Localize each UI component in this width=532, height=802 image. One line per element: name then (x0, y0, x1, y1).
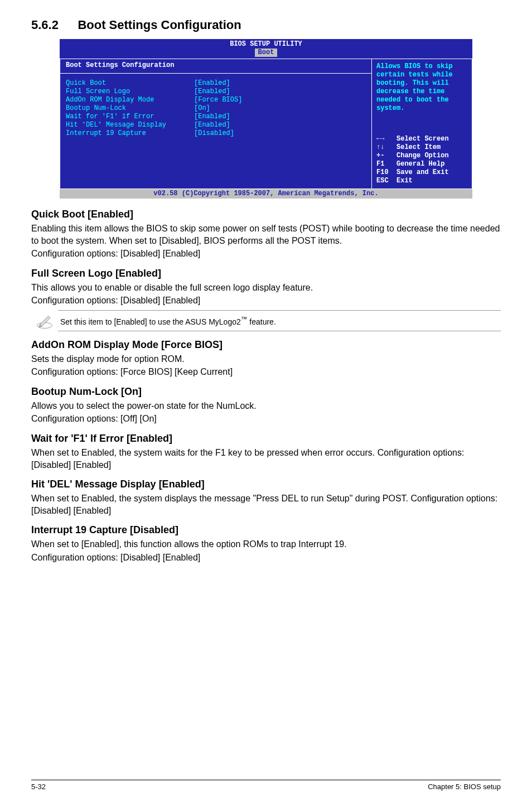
bios-active-tab: Boot (255, 49, 278, 57)
bios-right-panel: Allows BIOS to skip certain tests while … (372, 59, 472, 189)
bios-setting-key: AddOn ROM Display Mode (66, 96, 194, 104)
quick-boot-heading: Quick Boot [Enabled] (31, 209, 501, 220)
addon-rom-desc: Sets the display mode for option ROM. (31, 353, 501, 365)
interrupt19-desc: When set to [Enabled], this function all… (31, 538, 501, 550)
bios-nav-key: ←→ (376, 135, 396, 143)
section-heading: 5.6.2 Boot Settings Configuration (31, 18, 501, 32)
bios-setting-value: [Enabled] (194, 121, 230, 129)
bios-nav-row: F10Save and Exit (376, 168, 467, 177)
bios-setting-key: Hit 'DEL' Message Display (66, 121, 194, 129)
bios-setting-key: Interrupt 19 Capture (66, 129, 194, 138)
page-footer: 5-32 Chapter 5: BIOS setup (31, 780, 501, 791)
bios-setting-value: [Enabled] (194, 79, 230, 88)
note-text: Set this item to [Enabled] to use the AS… (58, 310, 501, 331)
bios-nav-label: Change Option (396, 152, 449, 160)
bios-nav-key: ↑↓ (376, 143, 396, 152)
numlock-heading: Bootup Num-Lock [On] (31, 386, 501, 398)
bios-setting-value: [Force BIOS] (194, 96, 242, 104)
bios-setting-row: Wait for 'F1' if Error[Enabled] (66, 113, 366, 121)
bios-setting-value: [On] (194, 104, 210, 113)
bios-panel-title: Boot Settings Configuration (60, 60, 371, 74)
wait-f1-desc: When set to Enabled, the system waits fo… (31, 447, 501, 471)
full-screen-logo-heading: Full Screen Logo [Enabled] (31, 268, 501, 279)
bios-nav-key: ESC (376, 177, 396, 185)
bios-nav-label: Save and Exit (396, 168, 449, 177)
chapter-label: Chapter 5: BIOS setup (428, 782, 501, 791)
bios-nav-key: F10 (376, 168, 396, 177)
note-text-pre: Set this item to [Enabled] to use the AS… (60, 317, 241, 326)
bios-nav-row: F1General Help (376, 160, 467, 168)
bios-tab-row: Boot (60, 49, 472, 59)
bios-settings-list: Quick Boot[Enabled] Full Screen Logo[Ena… (60, 79, 371, 160)
numlock-desc: Allows you to select the power-on state … (31, 400, 501, 412)
bios-nav-label: General Help (396, 160, 444, 168)
bios-nav-row: ESCExit (376, 177, 467, 185)
bios-help-text: Allows BIOS to skip certain tests while … (376, 62, 467, 113)
bios-screenshot: BIOS SETUP UTILITY Boot Boot Settings Co… (60, 39, 472, 199)
quick-boot-desc: Enabling this item allows the BIOS to sk… (31, 223, 501, 247)
page-number: 5-32 (31, 782, 46, 791)
bios-setting-key: Bootup Num-Lock (66, 104, 194, 113)
bios-nav-row: ↑↓Select Item (376, 143, 467, 152)
bios-setting-row: Interrupt 19 Capture[Disabled] (66, 129, 366, 138)
note-trademark: ™ (241, 315, 248, 322)
interrupt19-options: Configuration options: [Disabled] [Enabl… (31, 552, 501, 564)
note-text-post: feature. (247, 317, 275, 326)
bios-nav-row: ←→Select Screen (376, 135, 467, 143)
quick-boot-options: Configuration options: [Disabled] [Enabl… (31, 248, 501, 260)
bios-setting-value: [Enabled] (194, 88, 230, 96)
bios-setting-value: [Enabled] (194, 113, 230, 121)
bios-nav-row: +-Change Option (376, 152, 467, 160)
bios-setting-key: Quick Boot (66, 79, 194, 88)
section-number: 5.6.2 (31, 18, 59, 32)
full-screen-logo-desc: This allows you to enable or disable the… (31, 282, 501, 294)
bios-setting-key: Wait for 'F1' if Error (66, 113, 194, 121)
hit-del-desc: When set to Enabled, the system displays… (31, 492, 501, 516)
numlock-options: Configuration options: [Off] [On] (31, 413, 501, 425)
section-title: Boot Settings Configuration (78, 18, 241, 32)
note-callout: Set this item to [Enabled] to use the AS… (31, 310, 501, 331)
hit-del-heading: Hit 'DEL' Message Display [Enabled] (31, 479, 501, 490)
bios-title: BIOS SETUP UTILITY (60, 39, 472, 49)
bios-setting-row: Bootup Num-Lock[On] (66, 104, 366, 113)
bios-copyright-footer: v02.58 (C)Copyright 1985-2007, American … (60, 189, 472, 199)
pencil-note-icon (31, 311, 58, 330)
bios-setting-row: Full Screen Logo[Enabled] (66, 88, 366, 96)
bios-setting-value: [Disabled] (194, 129, 234, 138)
bios-setting-row: Hit 'DEL' Message Display[Enabled] (66, 121, 366, 129)
bios-nav-key: +- (376, 152, 396, 160)
bios-nav-label: Exit (396, 177, 413, 185)
wait-f1-heading: Wait for 'F1' If Error [Enabled] (31, 433, 501, 445)
interrupt19-heading: Interrupt 19 Capture [Disabled] (31, 524, 501, 536)
full-screen-logo-options: Configuration options: [Disabled] [Enabl… (31, 294, 501, 307)
bios-setting-key: Full Screen Logo (66, 88, 194, 96)
bios-left-panel: Boot Settings Configuration Quick Boot[E… (60, 59, 372, 189)
bios-nav-legend: ←→Select Screen ↑↓Select Item +-Change O… (376, 135, 467, 185)
bios-setting-row: Quick Boot[Enabled] (66, 79, 366, 88)
bios-setting-row: AddOn ROM Display Mode[Force BIOS] (66, 96, 366, 104)
bios-nav-label: Select Screen (396, 135, 449, 143)
addon-rom-heading: AddOn ROM Display Mode [Force BIOS] (31, 339, 501, 351)
addon-rom-options: Configuration options: [Force BIOS] [Kee… (31, 366, 501, 378)
bios-nav-label: Select Item (396, 143, 441, 152)
bios-nav-key: F1 (376, 160, 396, 168)
